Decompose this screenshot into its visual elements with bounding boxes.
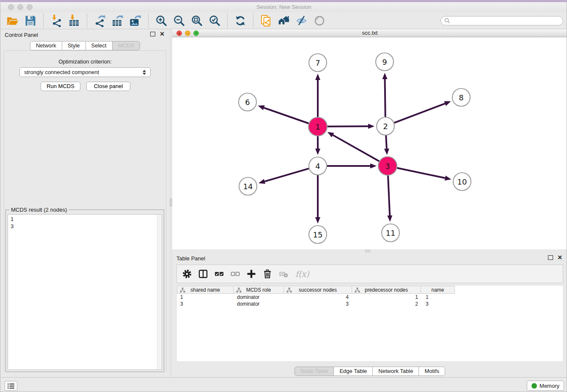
zoom-in-icon[interactable] (155, 14, 168, 27)
graph-node-label: 15 (313, 230, 323, 239)
tab-edge-table[interactable]: Edge Table (333, 367, 373, 376)
export-image-icon[interactable] (129, 14, 142, 27)
network-graph-canvas[interactable]: 7968124314101511 (172, 37, 567, 249)
zoom-out-icon[interactable] (173, 14, 185, 27)
hide-selected-icon[interactable] (295, 14, 308, 27)
search-input[interactable] (450, 18, 559, 24)
table-settings-gear-icon[interactable] (182, 269, 192, 279)
close-panel-icon[interactable]: ✕ (557, 255, 562, 260)
run-mcds-button[interactable]: Run MCDS (41, 82, 80, 91)
function-builder-icon[interactable]: f(x) (295, 269, 309, 279)
delete-table-icon-disabled[interactable] (278, 269, 289, 279)
column-header-name[interactable]: name (421, 286, 455, 294)
graph-node-label: 3 (385, 162, 390, 171)
tab-select[interactable]: Select (85, 41, 113, 50)
export-network-icon[interactable] (94, 14, 106, 27)
cell-shared-name[interactable]: 3 (177, 301, 234, 307)
import-network-icon[interactable] (50, 14, 63, 27)
network-window-titlebar[interactable]: x – + scc.txt (172, 29, 567, 37)
table-toolbar: f(x) (176, 265, 563, 283)
import-table-icon[interactable] (68, 14, 80, 27)
cell-successor-nodes[interactable]: 3 (284, 301, 353, 307)
delete-column-trash-icon[interactable] (262, 269, 272, 279)
application-window: Session: New Session (0, 0, 567, 392)
tab-network[interactable]: Network (30, 41, 62, 50)
zoom-selected-icon[interactable] (208, 14, 221, 27)
graph-edge-2-9[interactable] (385, 79, 385, 117)
toolbar-separator (253, 14, 253, 28)
cell-name[interactable]: 1 (422, 294, 457, 301)
graph-arrowhead (370, 163, 377, 168)
horizontal-splitter[interactable] (172, 249, 567, 253)
close-panel-button[interactable]: Close panel (86, 82, 130, 91)
criterion-select[interactable]: strongly connected component (19, 67, 151, 77)
column-header-successor-nodes[interactable]: successor nodes (284, 286, 352, 294)
graph-edge-1-6[interactable] (264, 108, 309, 124)
tab-style[interactable]: Style (62, 41, 86, 50)
tab-node-table[interactable]: Node Table (295, 367, 334, 376)
cell-successor-nodes[interactable]: 4 (284, 294, 353, 301)
network-close-icon[interactable]: x (176, 30, 182, 36)
search-icon (444, 18, 450, 24)
close-window-icon[interactable] (8, 4, 14, 10)
graph-edge-3-11[interactable] (388, 175, 390, 215)
column-type-icon (286, 287, 292, 293)
select-all-icon[interactable] (214, 269, 224, 279)
float-panel-icon[interactable] (150, 32, 155, 36)
show-all-icon[interactable] (313, 14, 326, 27)
cell-predecessor-nodes[interactable]: 2 (353, 301, 422, 307)
cell-mcds-role[interactable]: dominator (234, 294, 284, 301)
graph-node-label: 2 (383, 122, 388, 131)
cell-shared-name[interactable]: 1 (177, 294, 234, 301)
table-panel-title: Table Panel (176, 255, 205, 262)
graph-edge-1-2[interactable] (327, 126, 368, 127)
table-header-row: shared name MCDS role successor (177, 286, 563, 294)
cell-predecessor-nodes[interactable]: 1 (353, 294, 422, 301)
graph-edge-2-3[interactable] (386, 135, 387, 149)
search-box (440, 16, 563, 25)
table-row[interactable]: 1 dominator 4 1 1 (177, 294, 563, 301)
tab-mcds[interactable]: MCDS (112, 41, 140, 50)
export-table-icon[interactable] (111, 14, 124, 27)
zoom-window-icon[interactable] (27, 4, 33, 10)
mcds-result-text[interactable]: 1 3 (8, 214, 162, 370)
cell-name[interactable]: 3 (422, 301, 457, 307)
toolbar-separator (87, 14, 87, 28)
toolbar-separator (227, 14, 228, 28)
close-panel-icon[interactable]: ✕ (160, 32, 165, 36)
clone-network-icon[interactable] (260, 14, 272, 27)
memory-button[interactable]: Memory (527, 381, 564, 391)
cell-mcds-role[interactable]: dominator (234, 301, 284, 307)
network-maximize-icon[interactable]: + (193, 30, 199, 36)
minimize-window-icon[interactable] (17, 4, 23, 10)
tab-motifs[interactable]: Motifs (418, 367, 445, 376)
table-row[interactable]: 3 dominator 3 2 3 (177, 301, 563, 307)
zoom-fit-icon[interactable] (190, 14, 203, 27)
graph-edge-3-10[interactable] (397, 168, 445, 178)
first-neighbors-icon[interactable] (278, 14, 290, 27)
save-session-icon[interactable] (24, 14, 37, 27)
network-minimize-icon[interactable]: – (185, 30, 190, 36)
main-toolbar (0, 12, 567, 29)
result-scrollbar[interactable] (157, 215, 162, 370)
refresh-layout-icon[interactable] (234, 14, 247, 27)
graph-node-label: 7 (315, 58, 320, 67)
column-header-shared-name[interactable]: shared name (177, 286, 234, 294)
graph-arrowhead (328, 132, 334, 138)
tab-network-table[interactable]: Network Table (372, 367, 419, 376)
graph-edge-3-1[interactable] (333, 135, 380, 161)
task-history-button[interactable] (5, 381, 17, 391)
graph-edge-2-8[interactable] (394, 104, 445, 123)
column-header-mcds-role[interactable]: MCDS role (233, 286, 284, 294)
open-session-icon[interactable] (6, 14, 19, 27)
column-type-icon (355, 287, 360, 293)
splitter-handle[interactable] (365, 250, 370, 252)
toolbar-separator (43, 14, 44, 28)
column-header-predecessor-nodes[interactable]: predecessor nodes (352, 286, 421, 294)
deselect-all-icon[interactable] (230, 269, 240, 279)
graph-edge-4-14[interactable] (264, 168, 309, 181)
show-column-icon[interactable] (198, 269, 208, 279)
add-column-icon[interactable] (246, 269, 256, 279)
graph-node-label: 8 (459, 93, 463, 102)
float-panel-icon[interactable] (548, 255, 553, 260)
